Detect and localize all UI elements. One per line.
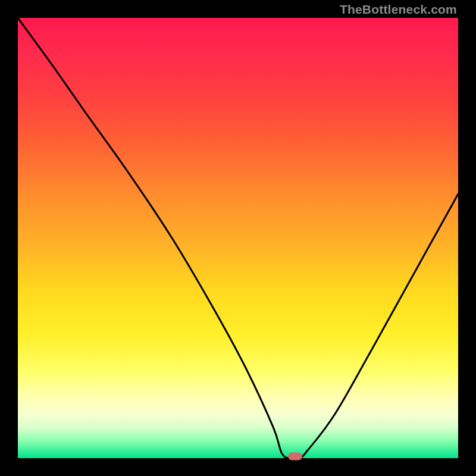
bottleneck-curve (18, 18, 458, 458)
plot-area (18, 18, 458, 458)
curve-path (18, 18, 458, 459)
chart-frame: TheBottleneck.com (0, 0, 476, 476)
optimal-point-marker (288, 453, 302, 461)
watermark-text: TheBottleneck.com (340, 2, 457, 17)
